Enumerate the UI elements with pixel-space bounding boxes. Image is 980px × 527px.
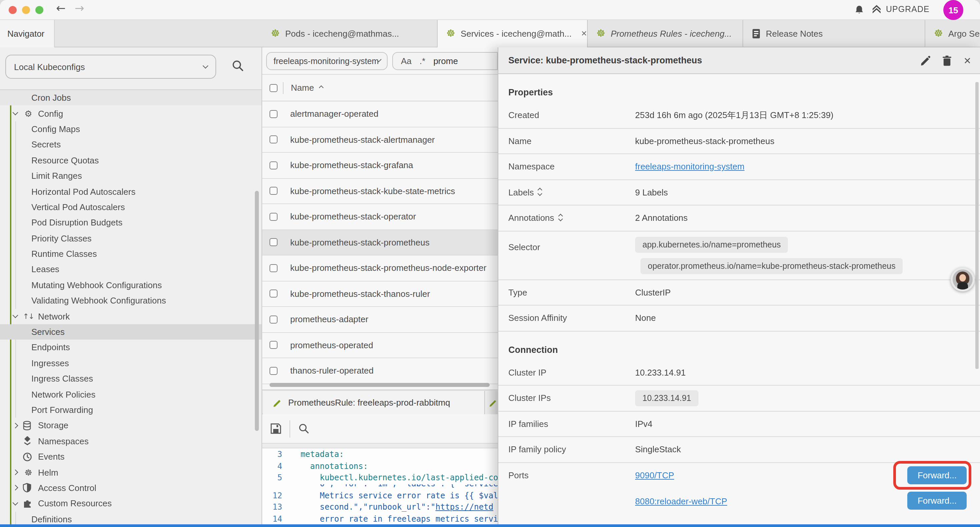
sidebar-item-secrets[interactable]: Secrets xyxy=(0,137,262,153)
edit-icon[interactable] xyxy=(920,56,931,66)
kubernetes-icon: ☸ xyxy=(271,29,280,39)
code-link[interactable]: https://netd xyxy=(436,502,493,512)
kubernetes-icon: ☸ xyxy=(597,29,605,39)
row-checkbox[interactable] xyxy=(269,187,277,195)
table-row[interactable]: kube-prometheus-stack-kube-state-metrics xyxy=(262,178,498,204)
tab-label: Release Notes xyxy=(766,29,823,39)
list-search-input[interactable]: Aa .* prome xyxy=(392,52,498,70)
forward-button[interactable]: Forward... xyxy=(908,466,967,484)
sidebar-item-network-policies[interactable]: Network Policies xyxy=(0,387,262,402)
sidebar-group-network[interactable]: ↑↓Network xyxy=(0,309,262,324)
sidebar-item-namespaces[interactable]: Namespaces xyxy=(0,433,262,449)
table-row[interactable]: kube-prometheus-stack-operator xyxy=(262,204,498,230)
horizontal-scrollbar[interactable] xyxy=(262,381,498,389)
sidebar-group-access-control[interactable]: Access Control xyxy=(0,480,262,496)
sidebar-item-priority-classes[interactable]: Priority Classes xyxy=(0,231,262,246)
sidebar-item-validating-webhook-configurations[interactable]: Validating Webhook Configurations xyxy=(0,293,262,309)
kubeconfig-selector[interactable]: Local Kubeconfigs xyxy=(5,55,216,79)
row-checkbox[interactable] xyxy=(269,290,277,298)
table-row[interactable]: kube-prometheus-stack-grafana xyxy=(262,153,498,178)
sidebar-item-services[interactable]: Services xyxy=(0,324,262,340)
upgrade-button[interactable]: UPGRADE xyxy=(871,4,930,14)
table-row-selected[interactable]: kube-prometheus-stack-prometheus xyxy=(262,230,498,255)
find-icon[interactable] xyxy=(298,423,310,434)
yaml-editor[interactable]: 3 metadata: 4 annotations: 5 kubectl.kub… xyxy=(262,449,498,524)
navigator-scrollbar[interactable] xyxy=(255,191,259,431)
sidebar-item-mutating-webhook-configurations[interactable]: Mutating Webhook Configurations xyxy=(0,277,262,293)
table-row[interactable]: prometheus-operated xyxy=(262,333,498,358)
sidebar-item-ingress-classes[interactable]: Ingress Classes xyxy=(0,371,262,387)
sidebar-group-config[interactable]: ⚙Config xyxy=(0,106,262,121)
sidebar-item-events[interactable]: Events xyxy=(0,449,262,465)
row-checkbox[interactable] xyxy=(269,110,277,118)
sidebar-item-port-forwarding[interactable]: Port Forwarding xyxy=(0,402,262,418)
drawer-scrollbar[interactable] xyxy=(975,82,978,369)
close-drawer-icon[interactable]: ✕ xyxy=(964,56,971,66)
table-row[interactable]: kube-prometheus-stack-alertmanager xyxy=(262,127,498,153)
sidebar-item-horizontal-pod-autoscalers[interactable]: Horizontal Pod Autoscalers xyxy=(0,184,262,199)
editor-tab-prometheusrule[interactable]: PrometheusRule: freeleaps-prod-rabbitmq xyxy=(263,391,485,414)
line-number: 3 xyxy=(262,449,282,461)
row-checkbox[interactable] xyxy=(269,341,277,349)
regex-toggle[interactable]: .* xyxy=(420,56,425,66)
save-icon[interactable] xyxy=(270,423,282,434)
sort-ascending-icon[interactable] xyxy=(318,85,323,90)
sidebar-group-helm[interactable]: ☸Helm xyxy=(0,465,262,480)
sidebar-item-leases[interactable]: Leases xyxy=(0,262,262,277)
table-row[interactable]: alertmanager-operated xyxy=(262,101,498,127)
sidebar-item-config-maps[interactable]: Config Maps xyxy=(0,121,262,137)
tab-prometheus-rules[interactable]: ☸ Prometheus Rules - icecheng... xyxy=(588,20,743,47)
tab-release-notes[interactable]: Release Notes xyxy=(743,20,925,47)
namespace-link[interactable]: freeleaps-monitoring-system xyxy=(635,162,745,172)
match-case-toggle[interactable]: Aa xyxy=(401,56,412,66)
tab-pods[interactable]: ☸ Pods - icecheng@mathmas... xyxy=(262,20,438,47)
forward-arrow-icon[interactable]: → xyxy=(75,2,84,15)
zoom-window-button[interactable] xyxy=(35,6,43,14)
expand-toggle-icon[interactable] xyxy=(559,215,562,221)
table-row[interactable]: kube-prometheus-stack-prometheus-node-ex… xyxy=(262,255,498,281)
sidebar-item-cron-jobs[interactable]: Cron Jobs xyxy=(0,90,262,106)
back-arrow-icon[interactable]: ← xyxy=(56,2,66,15)
row-checkbox[interactable] xyxy=(269,213,277,221)
row-checkbox[interactable] xyxy=(269,239,277,247)
tab-label: Services - icecheng@math... xyxy=(461,29,572,39)
sidebar-item-runtime-classes[interactable]: Runtime Classes xyxy=(0,246,262,262)
close-window-button[interactable] xyxy=(9,6,17,14)
notification-badge[interactable]: 15 xyxy=(943,0,963,20)
forward-button[interactable]: Forward... xyxy=(908,492,967,509)
tab-services[interactable]: ☸ Services - icecheng@math... ✕ xyxy=(438,20,588,48)
close-tab-icon[interactable]: ✕ xyxy=(581,29,587,38)
port-link-9090[interactable]: 9090/TCP xyxy=(635,471,674,481)
search-icon[interactable] xyxy=(231,59,244,72)
row-checkbox[interactable] xyxy=(269,367,277,375)
table-row[interactable]: kube-prometheus-stack-thanos-ruler xyxy=(262,281,498,307)
minimize-window-button[interactable] xyxy=(22,6,30,14)
sidebar-group-storage[interactable]: Storage xyxy=(0,417,262,433)
sidebar-group-custom-resources[interactable]: Custom Resources xyxy=(0,496,262,511)
name-column-header[interactable]: Name xyxy=(291,83,314,93)
sidebar-item-ingresses[interactable]: Ingresses xyxy=(0,355,262,371)
delete-icon[interactable] xyxy=(942,56,952,66)
row-checkbox[interactable] xyxy=(269,161,277,169)
sidebar-item-vertical-pod-autoscalers[interactable]: Vertical Pod Autoscalers xyxy=(0,199,262,215)
table-row[interactable]: thanos-ruler-operated xyxy=(262,358,498,384)
row-checkbox[interactable] xyxy=(269,136,277,144)
select-all-checkbox[interactable] xyxy=(269,84,277,92)
tab-navigator[interactable]: Navigator xyxy=(0,20,55,47)
row-checkbox[interactable] xyxy=(269,315,277,323)
sidebar-item-definitions[interactable]: Definitions xyxy=(0,511,262,524)
user-avatar[interactable] xyxy=(951,267,975,291)
table-row[interactable]: prometheus-adapter xyxy=(262,307,498,333)
sidebar-item-limit-ranges[interactable]: Limit Ranges xyxy=(0,168,262,184)
sidebar-item-endpoints[interactable]: Endpoints xyxy=(0,340,262,355)
tab-argo[interactable]: ☸ Argo Se xyxy=(925,20,980,47)
sidebar-item-resource-quotas[interactable]: Resource Quotas xyxy=(0,153,262,168)
editor-tab-partial[interactable] xyxy=(485,391,498,414)
sidebar-item-pod-disruption-budgets[interactable]: Pod Disruption Budgets xyxy=(0,215,262,231)
bell-icon[interactable] xyxy=(854,5,865,15)
port-link-8080[interactable]: 8080:reloader-web/TCP xyxy=(635,496,727,506)
detail-row-cluster-ips: Cluster IPs 10.233.14.91 xyxy=(498,385,980,411)
namespace-filter-select[interactable]: freeleaps-monitoring-system xyxy=(266,52,388,70)
row-checkbox[interactable] xyxy=(269,264,277,272)
expand-toggle-icon[interactable] xyxy=(539,189,542,196)
